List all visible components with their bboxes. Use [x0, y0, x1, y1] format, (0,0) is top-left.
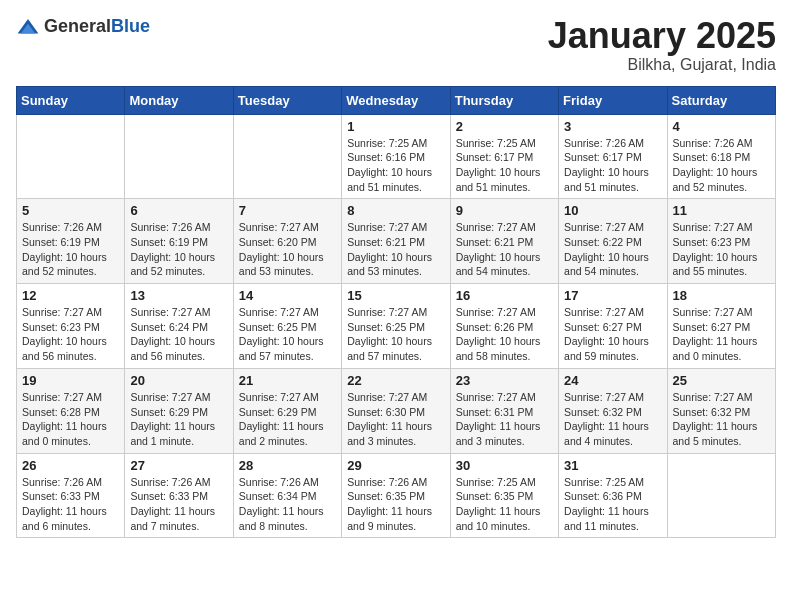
page-header: GeneralBlue January 2025 Bilkha, Gujarat…	[16, 16, 776, 74]
day-number: 19	[22, 373, 119, 388]
day-info: Sunrise: 7:27 AM Sunset: 6:29 PM Dayligh…	[130, 390, 227, 449]
location-title: Bilkha, Gujarat, India	[548, 56, 776, 74]
calendar-cell: 3Sunrise: 7:26 AM Sunset: 6:17 PM Daylig…	[559, 114, 667, 199]
calendar-cell: 22Sunrise: 7:27 AM Sunset: 6:30 PM Dayli…	[342, 368, 450, 453]
calendar-cell: 2Sunrise: 7:25 AM Sunset: 6:17 PM Daylig…	[450, 114, 558, 199]
day-number: 29	[347, 458, 444, 473]
month-title: January 2025	[548, 16, 776, 56]
day-number: 10	[564, 203, 661, 218]
logo-icon	[16, 17, 40, 37]
calendar-week-row: 5Sunrise: 7:26 AM Sunset: 6:19 PM Daylig…	[17, 199, 776, 284]
weekday-header: Wednesday	[342, 86, 450, 114]
day-number: 13	[130, 288, 227, 303]
day-number: 26	[22, 458, 119, 473]
day-number: 24	[564, 373, 661, 388]
day-number: 1	[347, 119, 444, 134]
day-info: Sunrise: 7:25 AM Sunset: 6:17 PM Dayligh…	[456, 136, 553, 195]
calendar-cell: 5Sunrise: 7:26 AM Sunset: 6:19 PM Daylig…	[17, 199, 125, 284]
calendar-cell	[125, 114, 233, 199]
day-number: 16	[456, 288, 553, 303]
day-info: Sunrise: 7:26 AM Sunset: 6:35 PM Dayligh…	[347, 475, 444, 534]
calendar-week-row: 19Sunrise: 7:27 AM Sunset: 6:28 PM Dayli…	[17, 368, 776, 453]
day-number: 20	[130, 373, 227, 388]
calendar-cell: 26Sunrise: 7:26 AM Sunset: 6:33 PM Dayli…	[17, 453, 125, 538]
calendar-week-row: 26Sunrise: 7:26 AM Sunset: 6:33 PM Dayli…	[17, 453, 776, 538]
day-info: Sunrise: 7:27 AM Sunset: 6:27 PM Dayligh…	[564, 305, 661, 364]
logo-blue: Blue	[111, 16, 150, 36]
day-number: 4	[673, 119, 770, 134]
day-number: 25	[673, 373, 770, 388]
day-info: Sunrise: 7:26 AM Sunset: 6:19 PM Dayligh…	[22, 220, 119, 279]
day-info: Sunrise: 7:27 AM Sunset: 6:29 PM Dayligh…	[239, 390, 336, 449]
day-number: 2	[456, 119, 553, 134]
day-number: 17	[564, 288, 661, 303]
calendar-cell: 16Sunrise: 7:27 AM Sunset: 6:26 PM Dayli…	[450, 284, 558, 369]
day-info: Sunrise: 7:27 AM Sunset: 6:23 PM Dayligh…	[22, 305, 119, 364]
calendar-cell: 31Sunrise: 7:25 AM Sunset: 6:36 PM Dayli…	[559, 453, 667, 538]
calendar-cell: 11Sunrise: 7:27 AM Sunset: 6:23 PM Dayli…	[667, 199, 775, 284]
day-info: Sunrise: 7:27 AM Sunset: 6:27 PM Dayligh…	[673, 305, 770, 364]
calendar-cell: 19Sunrise: 7:27 AM Sunset: 6:28 PM Dayli…	[17, 368, 125, 453]
day-number: 9	[456, 203, 553, 218]
calendar-cell: 30Sunrise: 7:25 AM Sunset: 6:35 PM Dayli…	[450, 453, 558, 538]
logo-general: General	[44, 16, 111, 36]
day-info: Sunrise: 7:27 AM Sunset: 6:21 PM Dayligh…	[456, 220, 553, 279]
day-info: Sunrise: 7:26 AM Sunset: 6:33 PM Dayligh…	[22, 475, 119, 534]
day-number: 6	[130, 203, 227, 218]
day-number: 18	[673, 288, 770, 303]
day-info: Sunrise: 7:27 AM Sunset: 6:21 PM Dayligh…	[347, 220, 444, 279]
calendar-cell: 25Sunrise: 7:27 AM Sunset: 6:32 PM Dayli…	[667, 368, 775, 453]
calendar-cell: 13Sunrise: 7:27 AM Sunset: 6:24 PM Dayli…	[125, 284, 233, 369]
calendar-cell: 20Sunrise: 7:27 AM Sunset: 6:29 PM Dayli…	[125, 368, 233, 453]
calendar-cell: 8Sunrise: 7:27 AM Sunset: 6:21 PM Daylig…	[342, 199, 450, 284]
day-info: Sunrise: 7:25 AM Sunset: 6:35 PM Dayligh…	[456, 475, 553, 534]
calendar-cell: 18Sunrise: 7:27 AM Sunset: 6:27 PM Dayli…	[667, 284, 775, 369]
day-number: 31	[564, 458, 661, 473]
calendar-cell	[667, 453, 775, 538]
calendar-week-row: 1Sunrise: 7:25 AM Sunset: 6:16 PM Daylig…	[17, 114, 776, 199]
calendar-cell: 7Sunrise: 7:27 AM Sunset: 6:20 PM Daylig…	[233, 199, 341, 284]
day-number: 30	[456, 458, 553, 473]
calendar-cell: 10Sunrise: 7:27 AM Sunset: 6:22 PM Dayli…	[559, 199, 667, 284]
day-info: Sunrise: 7:25 AM Sunset: 6:16 PM Dayligh…	[347, 136, 444, 195]
day-info: Sunrise: 7:26 AM Sunset: 6:33 PM Dayligh…	[130, 475, 227, 534]
weekday-header: Saturday	[667, 86, 775, 114]
day-info: Sunrise: 7:27 AM Sunset: 6:32 PM Dayligh…	[673, 390, 770, 449]
calendar-cell: 21Sunrise: 7:27 AM Sunset: 6:29 PM Dayli…	[233, 368, 341, 453]
calendar-table: SundayMondayTuesdayWednesdayThursdayFrid…	[16, 86, 776, 539]
day-number: 5	[22, 203, 119, 218]
calendar-cell: 1Sunrise: 7:25 AM Sunset: 6:16 PM Daylig…	[342, 114, 450, 199]
calendar-cell: 12Sunrise: 7:27 AM Sunset: 6:23 PM Dayli…	[17, 284, 125, 369]
day-number: 28	[239, 458, 336, 473]
calendar-cell: 6Sunrise: 7:26 AM Sunset: 6:19 PM Daylig…	[125, 199, 233, 284]
day-info: Sunrise: 7:27 AM Sunset: 6:26 PM Dayligh…	[456, 305, 553, 364]
calendar-cell: 9Sunrise: 7:27 AM Sunset: 6:21 PM Daylig…	[450, 199, 558, 284]
day-info: Sunrise: 7:27 AM Sunset: 6:22 PM Dayligh…	[564, 220, 661, 279]
day-info: Sunrise: 7:26 AM Sunset: 6:34 PM Dayligh…	[239, 475, 336, 534]
calendar-cell	[17, 114, 125, 199]
day-number: 7	[239, 203, 336, 218]
calendar-cell: 15Sunrise: 7:27 AM Sunset: 6:25 PM Dayli…	[342, 284, 450, 369]
weekday-header: Monday	[125, 86, 233, 114]
day-info: Sunrise: 7:26 AM Sunset: 6:18 PM Dayligh…	[673, 136, 770, 195]
day-number: 15	[347, 288, 444, 303]
day-number: 21	[239, 373, 336, 388]
calendar-cell: 23Sunrise: 7:27 AM Sunset: 6:31 PM Dayli…	[450, 368, 558, 453]
weekday-header: Sunday	[17, 86, 125, 114]
day-info: Sunrise: 7:26 AM Sunset: 6:19 PM Dayligh…	[130, 220, 227, 279]
day-info: Sunrise: 7:27 AM Sunset: 6:24 PM Dayligh…	[130, 305, 227, 364]
day-number: 12	[22, 288, 119, 303]
day-number: 11	[673, 203, 770, 218]
calendar-week-row: 12Sunrise: 7:27 AM Sunset: 6:23 PM Dayli…	[17, 284, 776, 369]
title-block: January 2025 Bilkha, Gujarat, India	[548, 16, 776, 74]
day-number: 8	[347, 203, 444, 218]
day-number: 3	[564, 119, 661, 134]
day-info: Sunrise: 7:26 AM Sunset: 6:17 PM Dayligh…	[564, 136, 661, 195]
calendar-cell: 28Sunrise: 7:26 AM Sunset: 6:34 PM Dayli…	[233, 453, 341, 538]
day-info: Sunrise: 7:27 AM Sunset: 6:28 PM Dayligh…	[22, 390, 119, 449]
weekday-header: Tuesday	[233, 86, 341, 114]
calendar-cell: 14Sunrise: 7:27 AM Sunset: 6:25 PM Dayli…	[233, 284, 341, 369]
calendar-cell	[233, 114, 341, 199]
calendar-cell: 24Sunrise: 7:27 AM Sunset: 6:32 PM Dayli…	[559, 368, 667, 453]
calendar-cell: 27Sunrise: 7:26 AM Sunset: 6:33 PM Dayli…	[125, 453, 233, 538]
